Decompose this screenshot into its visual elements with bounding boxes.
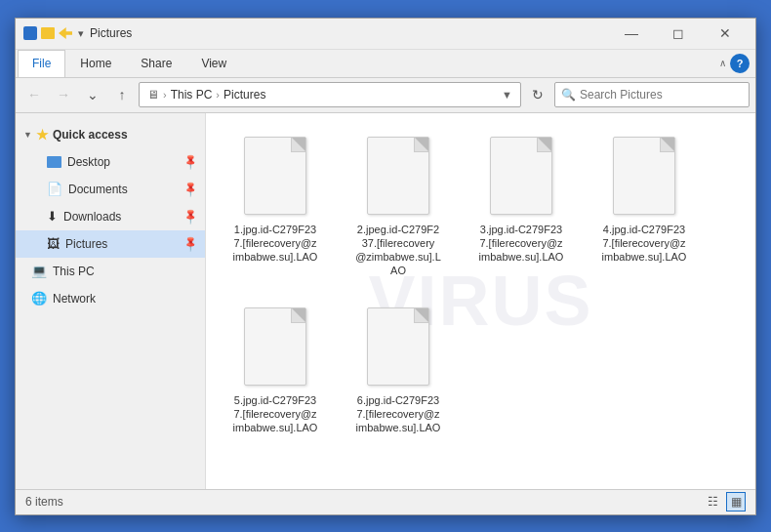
help-button[interactable]: ? <box>730 54 750 73</box>
pin-icon-desktop: 📌 <box>181 152 199 171</box>
refresh-button[interactable]: ↻ <box>525 82 550 107</box>
file-icon-1 <box>240 133 310 219</box>
tab-view[interactable]: View <box>186 50 241 77</box>
file-page-2 <box>367 137 429 215</box>
file-icon-5 <box>240 304 310 389</box>
pictures-icon: 🖼 <box>47 236 60 251</box>
file-page-4 <box>613 137 675 215</box>
path-thispc[interactable]: This PC <box>171 88 213 102</box>
path-dropdown-arrow[interactable]: ▼ <box>502 89 512 101</box>
file-icon-6 <box>363 304 433 389</box>
sidebar-label-thispc: This PC <box>53 265 95 278</box>
file-label-5: 5.jpg.id-C279F237.[filerecovery@zimbabwe… <box>233 393 318 435</box>
address-bar: ← → ⌄ ↑ 🖥 › This PC › Pictures ▼ ↻ 🔍 <box>16 78 755 113</box>
file-item[interactable]: 2.jpeg.id-C279F237.[filerecovery@zimbabw… <box>341 125 456 284</box>
tab-file[interactable]: File <box>18 50 65 77</box>
up-arrow-dropdown[interactable]: ⌄ <box>80 82 105 107</box>
desktop-icon <box>47 156 61 168</box>
window-controls: — ◻ ✕ <box>609 20 748 47</box>
files-grid: 1.jpg.id-C279F237.[filerecovery@zimbabwe… <box>218 125 744 441</box>
file-item[interactable]: 6.jpg.id-C279F237.[filerecovery@zimbabwe… <box>341 296 456 441</box>
ribbon-collapse-icon[interactable]: ∧ <box>719 58 726 68</box>
file-icon-3 <box>486 133 556 219</box>
close-button[interactable]: ✕ <box>703 20 748 47</box>
file-page-5 <box>244 307 306 386</box>
window-title: Pictures <box>90 26 609 40</box>
network-icon: 🌐 <box>31 291 47 306</box>
app-icon <box>23 26 37 40</box>
sidebar-item-quick-access[interactable]: ▼ ★ Quick access <box>16 121 205 148</box>
sidebar-label-documents: Documents <box>68 183 128 196</box>
pin-icon-downloads: 📌 <box>181 207 199 225</box>
search-icon: 🔍 <box>561 88 576 102</box>
sidebar-item-network[interactable]: 🌐 Network <box>16 285 205 312</box>
sidebar-item-documents[interactable]: 📄 Documents 📌 <box>16 176 205 203</box>
expand-arrow: ▼ <box>23 130 32 140</box>
thispc-icon: 💻 <box>31 264 47 278</box>
file-label-3: 3.jpg.id-C279F237.[filerecovery@zimbabwe… <box>479 223 564 265</box>
sidebar-label-desktop: Desktop <box>67 155 110 169</box>
sidebar-label-downloads: Downloads <box>63 210 121 224</box>
title-bar-icons: ▾ <box>23 26 84 40</box>
status-bar: 6 items ☷ ▦ <box>16 489 755 514</box>
file-page-6 <box>367 307 429 386</box>
forward-button[interactable]: → <box>51 82 76 107</box>
up-button[interactable]: ↑ <box>109 82 135 107</box>
sidebar: ▼ ★ Quick access Desktop 📌 📄 Documents 📌… <box>16 113 206 489</box>
tab-share[interactable]: Share <box>126 50 186 77</box>
main-area: ▼ ★ Quick access Desktop 📌 📄 Documents 📌… <box>16 113 755 489</box>
view-controls: ☷ ▦ <box>703 492 746 512</box>
pin-icon-pictures: 📌 <box>181 234 199 253</box>
file-item[interactable]: 4.jpg.id-C279F237.[filerecovery@zimbabwe… <box>587 125 702 284</box>
file-page-1 <box>244 137 306 215</box>
file-area: VIRUS 1.jpg.id-C279F237.[filerecovery@zi… <box>206 113 755 489</box>
maximize-button[interactable]: ◻ <box>656 20 701 47</box>
sidebar-item-thispc[interactable]: 💻 This PC <box>16 258 205 285</box>
dropdown-arrow[interactable]: ▾ <box>78 27 84 40</box>
sidebar-item-pictures[interactable]: 🖼 Pictures 📌 <box>16 230 205 258</box>
file-page-3 <box>490 137 552 215</box>
thispc-path-icon: 🖥 <box>147 88 159 102</box>
star-icon: ★ <box>36 127 49 143</box>
tab-home[interactable]: Home <box>65 50 126 77</box>
folder-icon <box>41 27 55 39</box>
file-item[interactable]: 5.jpg.id-C279F237.[filerecovery@zimbabwe… <box>218 296 333 441</box>
file-item[interactable]: 1.jpg.id-C279F237.[filerecovery@zimbabwe… <box>218 125 333 284</box>
explorer-window: ▾ Pictures — ◻ ✕ File Home Share View ∧ <box>15 18 756 515</box>
file-label-4: 4.jpg.id-C279F237.[filerecovery@zimbabwe… <box>602 223 687 265</box>
sidebar-item-downloads[interactable]: ⬇ Downloads 📌 <box>16 203 205 230</box>
file-item[interactable]: 3.jpg.id-C279F237.[filerecovery@zimbabwe… <box>464 125 579 284</box>
minimize-button[interactable]: — <box>609 20 654 47</box>
pin-icon-documents: 📌 <box>181 180 199 198</box>
search-input[interactable] <box>580 88 743 102</box>
ribbon: File Home Share View ∧ ? <box>16 50 755 78</box>
list-view-button[interactable]: ☷ <box>703 492 722 512</box>
quick-access-label: Quick access <box>53 128 128 142</box>
sidebar-label-network: Network <box>53 292 96 306</box>
address-path[interactable]: 🖥 › This PC › Pictures ▼ <box>139 82 521 107</box>
file-icon-4 <box>609 133 679 219</box>
title-bar: ▾ Pictures — ◻ ✕ <box>16 19 755 50</box>
downloads-icon: ⬇ <box>47 209 58 224</box>
sidebar-item-desktop[interactable]: Desktop 📌 <box>16 148 205 176</box>
grid-view-button[interactable]: ▦ <box>726 492 746 512</box>
item-count: 6 items <box>25 495 63 509</box>
file-label-6: 6.jpg.id-C279F237.[filerecovery@zimbabwe… <box>356 393 441 435</box>
back-button[interactable]: ← <box>21 82 47 107</box>
ribbon-help: ∧ ? <box>719 50 755 77</box>
file-icon-2 <box>363 133 433 219</box>
documents-icon: 📄 <box>47 182 62 196</box>
path-pictures[interactable]: Pictures <box>223 88 265 102</box>
arrow-icon <box>59 27 72 39</box>
file-label-2: 2.jpeg.id-C279F237.[filerecovery@zimbabw… <box>355 223 441 278</box>
sidebar-label-pictures: Pictures <box>65 237 107 251</box>
ribbon-tabs: File Home Share View ∧ ? <box>16 50 755 77</box>
file-label-1: 1.jpg.id-C279F237.[filerecovery@zimbabwe… <box>233 223 318 265</box>
search-box[interactable]: 🔍 <box>554 82 750 107</box>
